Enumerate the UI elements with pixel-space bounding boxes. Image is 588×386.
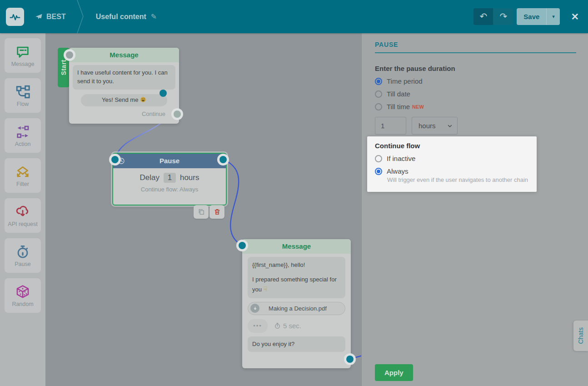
duration-section-title: Enter the pause duration xyxy=(375,65,576,72)
save-button[interactable]: Save xyxy=(517,8,546,25)
radio-label: If inactive xyxy=(387,155,415,162)
panel-heading: PAUSE xyxy=(375,41,576,48)
continue-label: Continue xyxy=(142,110,165,117)
palette-item-action[interactable]: Action xyxy=(5,118,41,153)
palette-label: Flow xyxy=(17,101,29,107)
node-palette: Message Flow Action Filter xyxy=(0,33,45,386)
node-header[interactable]: Pause xyxy=(113,154,226,168)
chats-tab-label: Chats xyxy=(577,327,584,344)
api-cloud-icon xyxy=(15,204,30,220)
pause-settings-panel: PAUSE Enter the pause duration Time peri… xyxy=(361,33,588,386)
pause-input-port[interactable] xyxy=(111,156,119,163)
delay-prefix: Delay xyxy=(140,173,159,182)
redo-button[interactable]: ↷ xyxy=(493,8,513,25)
radio-circle[interactable] xyxy=(375,78,382,85)
delete-node-button[interactable] xyxy=(209,205,224,219)
palette-label: Message xyxy=(11,61,35,67)
duration-unit-select[interactable]: hours xyxy=(412,117,458,135)
message-text-bubble[interactable]: {{first_name}}, hello! I prepared someth… xyxy=(248,257,345,298)
quick-reply-button[interactable]: Yes! Send me xyxy=(81,94,167,106)
download-circle-icon xyxy=(250,304,259,313)
node-header[interactable]: Message xyxy=(242,239,351,254)
save-dropdown-button[interactable]: ▾ xyxy=(546,8,560,25)
flow-branch-icon xyxy=(15,84,30,100)
copy-node-button[interactable] xyxy=(194,205,209,219)
message-bubble-icon xyxy=(15,44,30,60)
filter-diamond-icon xyxy=(15,164,30,180)
action-arrows-icon xyxy=(15,124,30,140)
input-port[interactable] xyxy=(66,51,73,59)
palette-item-message[interactable]: Message xyxy=(5,38,41,73)
flow-title: Useful content ✎ xyxy=(96,12,157,21)
panel-heading-rule xyxy=(375,52,576,53)
save-split-button: Save ▾ xyxy=(517,8,560,25)
continue-flow-title: Continue flow xyxy=(375,142,537,150)
breadcrumb-separator xyxy=(76,0,85,33)
radio-if-inactive[interactable]: If inactive xyxy=(375,155,537,162)
node-pause-selected[interactable]: Pause Delay 1 hours Continue flow: Alway… xyxy=(112,153,227,206)
pause-subtitle: Continue flow: Always xyxy=(113,186,226,193)
typing-delay-row[interactable]: ••• 5 sec. xyxy=(248,319,345,333)
message-line2: I prepared something special for you ☟ xyxy=(252,276,341,294)
trash-icon xyxy=(214,208,221,216)
radio-time-period[interactable]: Time period xyxy=(375,77,576,85)
close-icon[interactable]: ✕ xyxy=(571,11,579,22)
node-header[interactable]: Message xyxy=(69,48,179,62)
telegram-plane-icon xyxy=(35,13,43,20)
dice-icon xyxy=(15,284,30,300)
message2-continue-port[interactable] xyxy=(346,356,354,363)
palette-label: Pause xyxy=(15,261,30,267)
radio-till-time[interactable]: Till time NEW xyxy=(375,103,576,110)
node-message-2[interactable]: Message {{first_name}}, hello! I prepare… xyxy=(242,239,351,368)
flow-canvas[interactable]: Start Message I have useful content for … xyxy=(45,33,361,386)
message-question-bubble[interactable]: Do you enjoy it? xyxy=(248,336,345,352)
pause-title: Pause xyxy=(159,157,179,165)
radio-circle[interactable] xyxy=(375,103,382,110)
palette-label: Action xyxy=(15,141,31,147)
radio-circle[interactable] xyxy=(375,90,382,98)
continue-flow-highlight-box: Continue flow If inactive Always Will tr… xyxy=(367,136,537,192)
continue-output-port[interactable] xyxy=(174,110,181,118)
brand-label: BEST xyxy=(46,13,66,21)
message-text-bubble[interactable]: I have useful content for you. I can sen… xyxy=(73,65,175,90)
typing-delay-value: 5 sec. xyxy=(274,322,301,330)
palette-item-flow[interactable]: Flow xyxy=(5,78,41,113)
attachment-row[interactable]: Making a Decision.pdf xyxy=(248,302,345,315)
palette-label: Random xyxy=(12,301,33,307)
radio-circle[interactable] xyxy=(375,168,382,175)
palette-item-random[interactable]: Random xyxy=(5,278,41,313)
node-message-1[interactable]: Message I have useful content for you. I… xyxy=(69,48,179,124)
unit-selected-value: hours xyxy=(419,122,447,130)
palette-item-pause[interactable]: Pause xyxy=(5,238,41,273)
duration-inputs: hours xyxy=(375,117,576,135)
radio-always[interactable]: Always xyxy=(375,167,537,175)
message2-input-port[interactable] xyxy=(239,242,246,249)
breadcrumb-bot-name[interactable]: BEST xyxy=(35,13,66,21)
duration-value-input[interactable] xyxy=(375,117,406,135)
top-bar: BEST Useful content ✎ ↶ ↷ Save ▾ ✕ xyxy=(0,0,588,33)
chats-tab[interactable]: Chats xyxy=(573,321,588,351)
delay-value: 1 xyxy=(164,173,176,183)
radio-label: Time period xyxy=(387,77,423,85)
button-output-port[interactable] xyxy=(159,90,167,97)
apply-button[interactable]: Apply xyxy=(375,364,413,381)
new-badge: NEW xyxy=(412,104,424,110)
pause-output-port[interactable] xyxy=(219,156,227,163)
radio-label: Till date xyxy=(387,90,410,98)
pulse-logo-icon xyxy=(9,11,21,23)
typing-dots: ••• xyxy=(248,319,268,333)
attachment-name: Making a Decision.pdf xyxy=(259,305,345,312)
undo-button[interactable]: ↶ xyxy=(473,8,493,25)
pencil-icon[interactable]: ✎ xyxy=(151,12,157,21)
pause-delay-row: Delay 1 hours xyxy=(113,173,226,183)
radio-label: Till time xyxy=(387,103,410,110)
palette-item-api-request[interactable]: API request xyxy=(5,198,41,233)
start-label: Start xyxy=(60,60,67,75)
grinning-face-emoji xyxy=(140,96,146,103)
app-logo[interactable] xyxy=(6,8,24,26)
clock-icon xyxy=(118,157,125,165)
radio-circle[interactable] xyxy=(375,155,382,162)
typing-delay-text: 5 sec. xyxy=(283,322,301,330)
palette-item-filter[interactable]: Filter xyxy=(5,158,41,193)
radio-till-date[interactable]: Till date xyxy=(375,90,576,98)
